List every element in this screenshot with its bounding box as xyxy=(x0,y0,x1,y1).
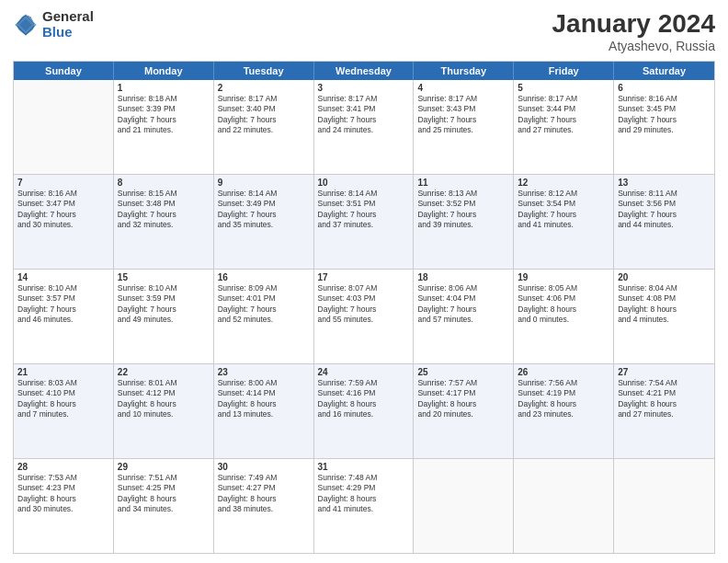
cell-info-line: Sunrise: 8:16 AM xyxy=(618,94,711,104)
cell-info-line: Sunset: 4:12 PM xyxy=(118,388,210,398)
calendar-cell: 2Sunrise: 8:17 AMSunset: 3:40 PMDaylight… xyxy=(214,80,314,174)
cell-info-line: Sunrise: 7:53 AM xyxy=(17,473,109,483)
cell-info-line: Daylight: 7 hours xyxy=(17,210,109,220)
cell-info-line: Sunrise: 8:17 AM xyxy=(218,94,310,104)
calendar-cell: 23Sunrise: 8:00 AMSunset: 4:14 PMDayligh… xyxy=(214,364,314,458)
calendar-cell: 3Sunrise: 8:17 AMSunset: 3:41 PMDaylight… xyxy=(314,80,415,174)
cell-info-line: Daylight: 8 hours xyxy=(17,399,109,409)
calendar-cell: 1Sunrise: 8:18 AMSunset: 3:39 PMDaylight… xyxy=(114,80,214,174)
cell-info-line: Daylight: 8 hours xyxy=(218,399,310,409)
logo-text: General Blue xyxy=(42,9,94,40)
cell-info-line: Sunset: 3:56 PM xyxy=(618,199,711,209)
cell-info-line: and 38 minutes. xyxy=(218,504,310,514)
day-number: 26 xyxy=(518,367,609,377)
cell-info-line: and 55 minutes. xyxy=(318,315,410,325)
cell-info-line: and 57 minutes. xyxy=(417,315,509,325)
day-number: 23 xyxy=(218,367,310,377)
cell-info-line: Daylight: 8 hours xyxy=(118,494,210,504)
cell-info-line: Daylight: 7 hours xyxy=(17,304,109,315)
cell-info-line: Sunset: 4:19 PM xyxy=(518,388,609,398)
cell-info-line: Daylight: 7 hours xyxy=(318,115,410,125)
calendar-cell: 17Sunrise: 8:07 AMSunset: 4:03 PMDayligh… xyxy=(314,270,415,363)
day-number: 13 xyxy=(618,178,711,188)
cell-info-line: and 30 minutes. xyxy=(17,220,109,230)
day-number: 30 xyxy=(218,462,310,472)
cell-info-line: and 13 minutes. xyxy=(218,409,310,419)
cell-info-line: Sunrise: 8:11 AM xyxy=(618,189,711,199)
cell-info-line: Sunset: 3:47 PM xyxy=(17,199,109,209)
cell-info-line: Sunset: 4:21 PM xyxy=(618,388,711,398)
cell-info-line: Daylight: 8 hours xyxy=(518,399,609,409)
day-number: 8 xyxy=(118,178,210,188)
cell-info-line: and 44 minutes. xyxy=(618,220,711,230)
calendar-cell: 7Sunrise: 8:16 AMSunset: 3:47 PMDaylight… xyxy=(14,175,114,269)
location-subtitle: Atyashevo, Russia xyxy=(552,39,715,53)
cell-info-line: and 22 minutes. xyxy=(218,125,310,135)
day-number: 14 xyxy=(17,272,109,282)
cell-info-line: and 0 minutes. xyxy=(518,315,609,325)
cell-info-line: and 30 minutes. xyxy=(17,504,109,514)
cell-info-line: Sunset: 4:03 PM xyxy=(318,293,410,304)
cell-info-line: Sunset: 3:57 PM xyxy=(17,293,109,304)
page-container: General Blue January 2024 Atyashevo, Rus… xyxy=(0,0,728,563)
cell-info-line: and 23 minutes. xyxy=(518,409,609,419)
cell-info-line: and 21 minutes. xyxy=(118,125,210,135)
cell-info-line: and 34 minutes. xyxy=(118,504,210,514)
cell-info-line: Daylight: 7 hours xyxy=(618,210,711,220)
cell-info-line: Daylight: 8 hours xyxy=(118,399,210,409)
cell-info-line: Sunrise: 8:12 AM xyxy=(518,189,609,199)
cell-info-line: and 4 minutes. xyxy=(618,315,711,325)
cell-info-line: Daylight: 7 hours xyxy=(218,304,310,315)
cell-info-line: Sunset: 3:44 PM xyxy=(518,104,609,114)
day-number: 5 xyxy=(518,83,609,93)
calendar-cell: 15Sunrise: 8:10 AMSunset: 3:59 PMDayligh… xyxy=(114,270,214,363)
calendar-header: SundayMondayTuesdayWednesdayThursdayFrid… xyxy=(14,62,714,80)
calendar-row-5: 28Sunrise: 7:53 AMSunset: 4:23 PMDayligh… xyxy=(14,459,714,553)
calendar-cell: 11Sunrise: 8:13 AMSunset: 3:52 PMDayligh… xyxy=(414,175,514,269)
cell-info-line: Sunset: 3:41 PM xyxy=(318,104,410,114)
logo-blue: Blue xyxy=(42,25,94,40)
calendar-row-2: 7Sunrise: 8:16 AMSunset: 3:47 PMDaylight… xyxy=(14,175,714,270)
calendar-cell: 25Sunrise: 7:57 AMSunset: 4:17 PMDayligh… xyxy=(414,364,514,458)
day-number: 21 xyxy=(17,367,109,377)
day-number: 27 xyxy=(618,367,711,377)
cell-info-line: Sunset: 3:52 PM xyxy=(417,199,509,209)
cell-info-line: Sunrise: 8:04 AM xyxy=(618,283,711,293)
cell-info-line: Daylight: 8 hours xyxy=(318,399,410,409)
cell-info-line: Daylight: 8 hours xyxy=(17,494,109,504)
calendar-cell: 19Sunrise: 8:05 AMSunset: 4:06 PMDayligh… xyxy=(514,270,614,363)
day-number: 10 xyxy=(318,178,410,188)
cell-info-line: and 16 minutes. xyxy=(318,409,410,419)
calendar-cell xyxy=(614,459,714,553)
calendar-cell: 5Sunrise: 8:17 AMSunset: 3:44 PMDaylight… xyxy=(514,80,614,174)
calendar-cell: 22Sunrise: 8:01 AMSunset: 4:12 PMDayligh… xyxy=(114,364,214,458)
cell-info-line: Daylight: 8 hours xyxy=(518,304,609,315)
cell-info-line: Sunset: 4:23 PM xyxy=(17,483,109,493)
cell-info-line: Daylight: 7 hours xyxy=(218,210,310,220)
day-number: 9 xyxy=(218,178,310,188)
cell-info-line: Sunset: 3:48 PM xyxy=(118,199,210,209)
cell-info-line: Sunrise: 8:03 AM xyxy=(17,378,109,388)
cell-info-line: Sunrise: 8:16 AM xyxy=(17,189,109,199)
calendar-cell: 10Sunrise: 8:14 AMSunset: 3:51 PMDayligh… xyxy=(314,175,415,269)
calendar-row-1: 1Sunrise: 8:18 AMSunset: 3:39 PMDaylight… xyxy=(14,80,714,175)
day-number: 11 xyxy=(417,178,509,188)
calendar-cell: 26Sunrise: 7:56 AMSunset: 4:19 PMDayligh… xyxy=(514,364,614,458)
cell-info-line: Daylight: 7 hours xyxy=(118,115,210,125)
cell-info-line: Sunset: 4:16 PM xyxy=(318,388,410,398)
day-number: 1 xyxy=(118,83,210,93)
cell-info-line: Daylight: 7 hours xyxy=(518,210,609,220)
cell-info-line: Sunrise: 7:48 AM xyxy=(318,473,410,483)
cell-info-line: Sunset: 3:54 PM xyxy=(518,199,609,209)
cell-info-line: Sunset: 3:59 PM xyxy=(118,293,210,304)
cell-info-line: Sunset: 3:43 PM xyxy=(417,104,509,114)
day-number: 4 xyxy=(417,83,509,93)
calendar-cell: 18Sunrise: 8:06 AMSunset: 4:04 PMDayligh… xyxy=(414,270,514,363)
cell-info-line: Sunrise: 8:17 AM xyxy=(518,94,609,104)
cell-info-line: Sunrise: 7:54 AM xyxy=(618,378,711,388)
day-number: 31 xyxy=(318,462,410,472)
cell-info-line: and 27 minutes. xyxy=(618,409,711,419)
cell-info-line: Sunrise: 8:07 AM xyxy=(318,283,410,293)
cell-info-line: Sunset: 4:17 PM xyxy=(417,388,509,398)
day-number: 3 xyxy=(318,83,410,93)
